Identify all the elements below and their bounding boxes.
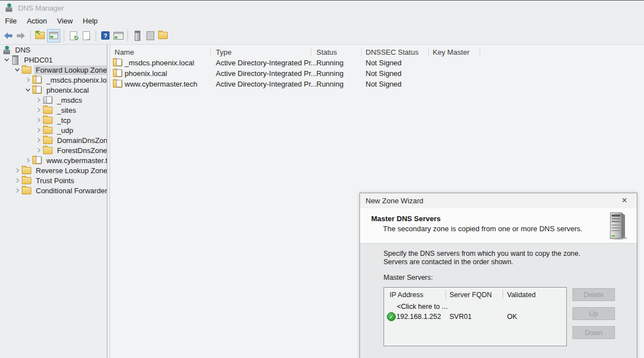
menu-action[interactable]: Action (22, 16, 52, 26)
tree-item-dns[interactable]: DNS (0, 45, 107, 55)
column-separator[interactable] (428, 48, 429, 56)
export-list-icon[interactable]: → (80, 30, 92, 41)
new-zone-wizard-dialog: New Zone Wizard × Master DNS Servers The… (359, 193, 637, 358)
show-console-tree-icon[interactable] (47, 29, 60, 42)
chevron-collapsed-icon[interactable] (13, 187, 22, 194)
down-button[interactable]: Down (572, 326, 615, 339)
table-header-server-fqdn[interactable]: Server FQDN (449, 291, 492, 299)
column-header-key-master[interactable]: Key Master (433, 48, 470, 56)
tree-item-udp[interactable]: _udp (0, 125, 107, 135)
column-separator[interactable] (311, 48, 311, 56)
column-header-dnssec-status[interactable]: DNSSEC Status (366, 48, 419, 56)
chevron-expanded-icon[interactable] (13, 66, 22, 74)
chevron-expanded-icon[interactable] (23, 86, 32, 94)
tree-item-domaindnszones[interactable]: DomainDnsZones (0, 135, 107, 145)
forward-arrow-icon[interactable] (15, 30, 27, 41)
zone-type: Active Directory-Integrated Pr... (216, 59, 317, 67)
column-separator[interactable] (446, 290, 446, 299)
zone-dnssec: Not Signed (366, 69, 401, 78)
menu-view[interactable]: View (52, 16, 78, 26)
up-button[interactable]: Up (572, 307, 615, 320)
back-arrow-icon[interactable] (2, 30, 14, 41)
tree-item-msdcs-phoenix-local[interactable]: _msdcs.phoenix.local (0, 75, 107, 85)
chevron-collapsed-icon[interactable] (13, 176, 22, 184)
zone-dnssec: Not Signed (366, 80, 401, 88)
zone-row-msdcs-phoenix-local[interactable]: _msdcs.phoenix.local Active Directory-In… (110, 58, 644, 69)
dialog-title: New Zone Wizard (366, 197, 423, 205)
zone-type: Active Directory-Integrated Pr... (216, 69, 317, 78)
add-server-placeholder-row[interactable]: <Click here to ... (397, 303, 448, 311)
up-one-level-icon[interactable]: ↖ (34, 30, 46, 41)
menu-bar: File Action View Help (0, 15, 644, 27)
list-header: Name Type Status DNSSEC Status Key Maste… (110, 45, 644, 58)
server-list-icon[interactable] (131, 30, 143, 41)
zone-folder-icon (113, 70, 122, 77)
tree-item-phoenix-local[interactable]: phoenix.local (0, 85, 107, 95)
tree-item-tcp[interactable]: _tcp (0, 115, 107, 125)
wizard-instruction: Specify the DNS servers from which you w… (383, 250, 603, 266)
title-bar: DNS Manager (0, 1, 644, 15)
zone-dnssec: Not Signed (366, 59, 401, 67)
tree-item-msdcs[interactable]: _msdcs (0, 95, 107, 105)
column-separator[interactable] (503, 290, 503, 299)
master-server-ip[interactable]: 192.168.1.252 (396, 313, 441, 321)
chevron-collapsed-icon[interactable] (34, 96, 43, 104)
master-server-validated[interactable]: OK (507, 313, 517, 321)
zone-folder-icon (32, 87, 42, 94)
tree-item-forward-lookup-zones[interactable]: Forward Lookup Zones (0, 65, 107, 75)
tree-item-conditional-forwarders[interactable]: Conditional Forwarders (0, 185, 107, 195)
column-header-type[interactable]: Type (216, 48, 231, 56)
chevron-collapsed-icon[interactable] (13, 166, 22, 174)
console-tree-panel: DNS PHDC01 Forward Lookup Zones _msdcs.p… (0, 45, 107, 358)
tree-item-forestdnszones[interactable]: ForestDnsZones (0, 145, 107, 155)
tree-item-trust-points[interactable]: Trust Points (0, 175, 107, 185)
wizard-page-title: Master DNS Servers (371, 214, 441, 223)
menu-file[interactable]: File (0, 16, 22, 26)
help-icon[interactable]: ? (100, 30, 111, 41)
delegated-zone-icon (43, 97, 53, 104)
column-separator[interactable] (361, 48, 362, 56)
zone-row-phoenix-local[interactable]: phoenix.local Active Directory-Integrate… (110, 69, 644, 79)
zone-name: phoenix.local (125, 69, 167, 78)
folder-icon (43, 117, 53, 124)
column-separator[interactable] (480, 48, 480, 56)
chevron-collapsed-icon[interactable] (34, 126, 43, 134)
zone-row-www-cybermaster-tech[interactable]: www.cybermaster.tech Active Directory-In… (110, 79, 644, 90)
new-zone-folder-icon[interactable] (157, 30, 169, 41)
folder-icon (43, 137, 53, 144)
chevron-collapsed-icon[interactable] (23, 76, 32, 84)
table-header-ip-address[interactable]: IP Address (390, 291, 423, 299)
toolbar: ↖ ↻ → ? (0, 27, 644, 45)
column-header-name[interactable]: Name (115, 48, 134, 56)
folder-icon (43, 127, 53, 134)
dns-root-icon (3, 46, 11, 54)
column-header-status[interactable]: Status (316, 48, 337, 56)
chevron-collapsed-icon[interactable] (34, 136, 43, 144)
refresh-icon[interactable]: ↻ (68, 30, 79, 41)
chevron-collapsed-icon[interactable] (34, 146, 43, 154)
tree-item-label: _msdcs.phoenix.local (45, 75, 107, 85)
tree-item-label: Trust Points (34, 176, 76, 185)
tree-item-label: Forward Lookup Zones (34, 65, 107, 75)
tree-item-phdc01[interactable]: PHDC01 (0, 55, 107, 65)
tree-item-sites[interactable]: _sites (0, 105, 107, 115)
console-window-icon[interactable] (112, 30, 124, 41)
delete-button[interactable]: Delete (572, 288, 615, 301)
master-servers-table[interactable]: IP Address Server FQDN Validated <Click … (383, 287, 567, 346)
column-separator[interactable] (210, 48, 211, 56)
tree-item-label: www.cybermaster.tech (45, 156, 107, 165)
menu-help[interactable]: Help (78, 16, 103, 26)
table-header-validated[interactable]: Validated (507, 291, 536, 299)
tree-item-label: _sites (55, 106, 78, 115)
tree-item-www-cybermaster-tech[interactable]: www.cybermaster.tech (0, 155, 107, 165)
chevron-collapsed-icon[interactable] (23, 156, 32, 164)
toolbar-separator (96, 30, 96, 41)
chevron-collapsed-icon[interactable] (34, 116, 43, 124)
master-server-fqdn[interactable]: SVR01 (449, 313, 472, 321)
chevron-collapsed-icon[interactable] (34, 106, 43, 114)
close-icon[interactable]: × (618, 195, 631, 206)
tree-item-reverse-lookup-zones[interactable]: Reverse Lookup Zones (0, 165, 107, 175)
chevron-expanded-icon[interactable] (2, 56, 11, 64)
properties-icon[interactable] (144, 30, 156, 41)
folder-icon (22, 66, 31, 74)
